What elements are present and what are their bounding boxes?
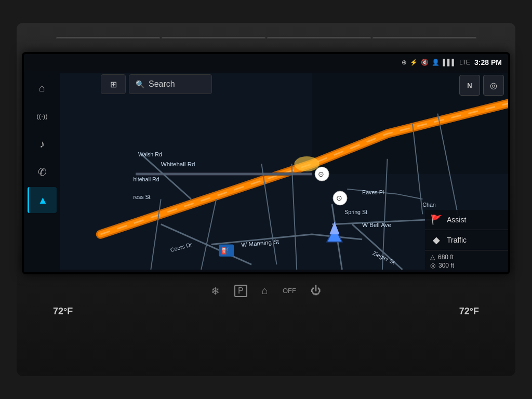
vent-slat xyxy=(373,37,476,40)
right-panel: 🚩 Assist ◆ Traffic △ 680 ft xyxy=(425,210,508,272)
car-frame: ⊕ ⚡ 🔇 👤 ▌▌▌ LTE 3:28 PM ⌂ ((·)) xyxy=(17,23,515,376)
svg-text:hitehall Rd: hitehall Rd xyxy=(133,176,159,182)
svg-text:ress St: ress St xyxy=(133,194,150,200)
temp-left: 72°F xyxy=(53,306,73,317)
status-time: 3:28 PM xyxy=(474,58,502,66)
map-controls: N ◎ xyxy=(459,75,504,96)
sidebar: ⌂ ((·)) ♪ ✆ ▲ xyxy=(24,71,60,272)
svg-text:Spring St: Spring St xyxy=(344,209,367,215)
mute-icon: 🔇 xyxy=(421,59,429,66)
svg-text:Chan: Chan xyxy=(422,202,436,208)
svg-text:⛽: ⛽ xyxy=(221,247,229,255)
svg-text:Whitehall Rd: Whitehall Rd xyxy=(161,161,195,167)
traffic-icon: ◆ xyxy=(430,234,443,246)
temperature-row: 72°F 72°F xyxy=(22,306,510,317)
bluetooth-icon: ⚡ xyxy=(410,59,418,66)
distance-1: 680 ft xyxy=(438,254,454,261)
traffic-label: Traffic xyxy=(447,236,467,244)
svg-text:⊙: ⊙ xyxy=(318,170,324,178)
main-content: ⌂ ((·)) ♪ ✆ ▲ xyxy=(24,71,508,272)
camera-icon: ◎ xyxy=(430,262,435,269)
search-bar[interactable]: 🔍 Search xyxy=(129,74,212,94)
distance-info: △ 680 ft ◎ 300 ft xyxy=(425,250,508,272)
lte-icon: LTE xyxy=(459,59,470,66)
distance-row-1: △ 680 ft xyxy=(430,254,503,261)
nav-icon: ▲ xyxy=(38,194,48,206)
assist-icon: 🚩 xyxy=(430,214,443,225)
sidebar-item-nav[interactable]: ▲ xyxy=(28,187,57,213)
climate-button[interactable]: ❄ xyxy=(211,285,220,297)
home-icon: ⌂ xyxy=(39,82,45,94)
temp-right: 72°F xyxy=(459,306,479,317)
grid-button[interactable]: ⊞ xyxy=(101,74,126,94)
map-area[interactable]: ⊞ 🔍 Search N ◎ xyxy=(60,71,508,272)
status-icons: ⊕ ⚡ 🔇 👤 ▌▌▌ LTE xyxy=(402,59,470,66)
vent-slat xyxy=(56,37,160,40)
svg-text:W Bell Ave: W Bell Ave xyxy=(362,221,391,228)
search-label: Search xyxy=(149,79,175,89)
target-icon: ◎ xyxy=(490,81,497,90)
svg-text:Eaves Pl: Eaves Pl xyxy=(362,189,384,195)
north-button[interactable]: N xyxy=(459,75,480,96)
sidebar-item-home[interactable]: ⌂ xyxy=(28,75,57,101)
power-icon: OFF xyxy=(283,287,296,295)
status-bar: ⊕ ⚡ 🔇 👤 ▌▌▌ LTE 3:28 PM xyxy=(24,54,508,71)
target-button[interactable]: ◎ xyxy=(483,75,504,96)
vent-slat xyxy=(162,37,265,40)
distance-row-2: ◎ 300 ft xyxy=(430,262,503,269)
traffic-panel-item[interactable]: ◆ Traffic xyxy=(425,230,508,250)
sidebar-item-phone[interactable]: ✆ xyxy=(28,159,57,185)
phone-icon: ✆ xyxy=(38,166,47,178)
grid-icon: ⊞ xyxy=(110,79,117,89)
hill-icon: △ xyxy=(430,254,435,261)
distance-2: 300 ft xyxy=(438,262,454,269)
home-hw-icon: ⌂ xyxy=(262,285,268,297)
main-screen: ⊕ ⚡ 🔇 👤 ▌▌▌ LTE 3:28 PM ⌂ ((·)) xyxy=(24,54,508,272)
search-icon: 🔍 xyxy=(136,80,144,88)
vents-top xyxy=(22,28,510,49)
assist-label: Assist xyxy=(447,216,466,224)
assist-panel-item[interactable]: 🚩 Assist xyxy=(425,210,508,230)
signal-icon: ▌▌▌ xyxy=(443,59,456,66)
radio-icon: ((·)) xyxy=(37,112,48,120)
parking-button[interactable]: P xyxy=(234,285,247,297)
top-bar: ⊞ 🔍 Search xyxy=(97,71,508,98)
north-icon: N xyxy=(467,82,472,89)
svg-text:Walsh Rd: Walsh Rd xyxy=(138,151,162,157)
home-hw-button[interactable]: ⌂ xyxy=(262,285,268,297)
user-icon: 👤 xyxy=(432,59,440,66)
power-button[interactable]: OFF xyxy=(283,287,296,295)
standby-button[interactable]: ⏻ xyxy=(311,285,321,297)
svg-point-19 xyxy=(294,156,319,171)
sidebar-item-media[interactable]: ♪ xyxy=(28,131,57,157)
svg-text:⊙: ⊙ xyxy=(336,194,342,202)
parking-icon: P xyxy=(234,285,247,297)
navigation-icon: ⊕ xyxy=(402,59,407,66)
sidebar-item-radio[interactable]: ((·)) xyxy=(28,103,57,129)
standby-icon: ⏻ xyxy=(311,285,321,297)
music-icon: ♪ xyxy=(39,138,45,150)
snowflake-icon: ❄ xyxy=(211,285,220,297)
bottom-hardware-controls: ❄ P ⌂ OFF ⏻ xyxy=(22,276,510,305)
screen-bezel: ⊕ ⚡ 🔇 👤 ▌▌▌ LTE 3:28 PM ⌂ ((·)) xyxy=(22,52,510,274)
vent-slat xyxy=(267,37,371,40)
